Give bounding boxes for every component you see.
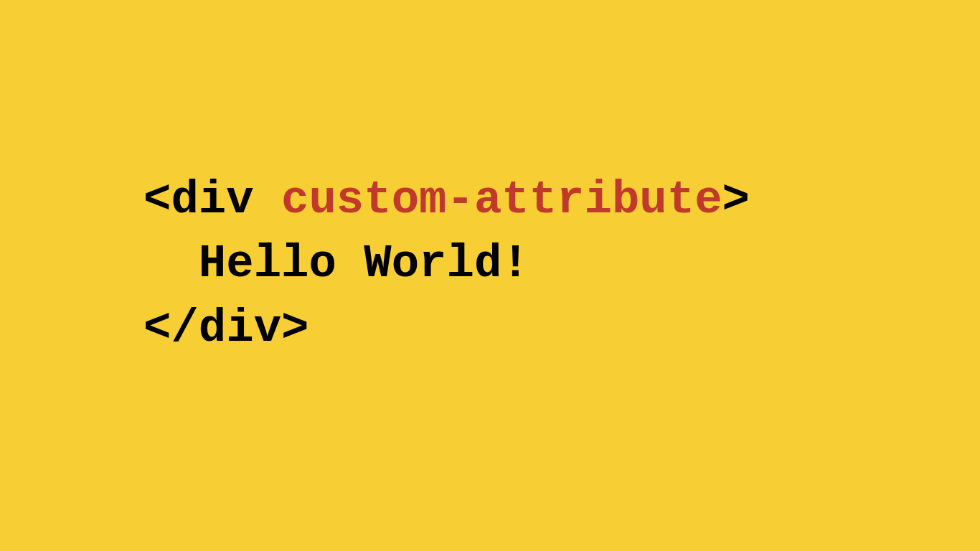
closing-tag: </div> xyxy=(143,303,308,354)
tag-close-bracket: > xyxy=(722,174,750,226)
tag-open: <div xyxy=(143,174,281,226)
code-snippet: <div custom-attribute> Hello World! </di… xyxy=(143,169,750,362)
content-text: Hello World! xyxy=(143,238,529,290)
attribute-name: custom-attribute xyxy=(281,174,722,226)
